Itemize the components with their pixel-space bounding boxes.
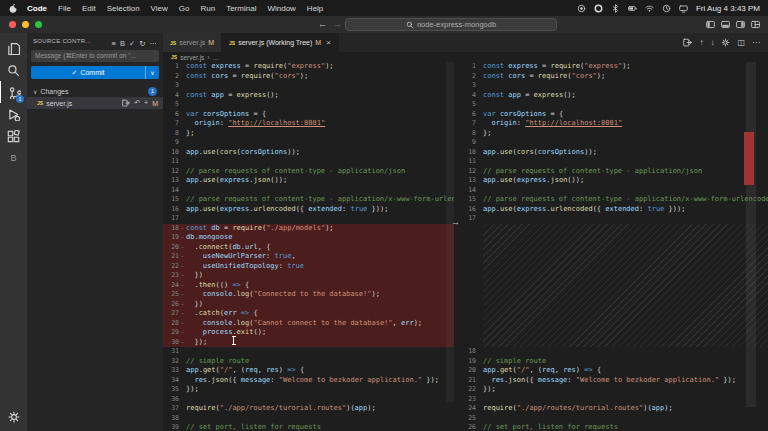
display-icon[interactable] <box>679 4 688 13</box>
activitybar-search[interactable] <box>0 59 27 81</box>
activitybar-manage[interactable] <box>0 406 27 428</box>
commit-button[interactable]: ✓ Commit ∨ <box>31 66 159 79</box>
activitybar-extension-b[interactable]: B <box>0 147 27 169</box>
commit-message-input[interactable]: Message (⌘Enter to commit on "... <box>31 50 159 62</box>
breadcrumb-file: server.js <box>180 54 204 61</box>
changed-file-name: server.js <box>46 100 72 107</box>
code-line: 27- .catch(err => { <box>163 309 454 319</box>
apple-logo-icon[interactable] <box>8 3 18 13</box>
code-line: 21- useNewUrlParser: true, <box>163 252 454 262</box>
source-control-header: SOURCE CONTR... ≡B✓↻⋯ <box>27 33 163 48</box>
stage-changes-icon[interactable]: + <box>144 99 148 107</box>
discard-changes-icon[interactable]: ↶ <box>134 99 140 107</box>
window-close-button[interactable] <box>9 21 16 28</box>
menubar-clock[interactable]: Fri Aug 4 3:43 PM <box>696 4 760 13</box>
command-center-search[interactable]: node-express-mongodb <box>345 18 557 31</box>
code-line: 20- .connect(db.url, { <box>163 243 454 253</box>
activitybar-run-debug[interactable] <box>0 103 27 125</box>
close-icon[interactable]: × <box>326 38 331 47</box>
javascript-file-icon: JS <box>229 40 235 46</box>
diff-original-pane[interactable]: 1const express = require("express");2con… <box>163 62 454 431</box>
file-row-actions: ↶+ <box>122 99 148 107</box>
window-minimize-button[interactable] <box>22 21 29 28</box>
code-line: 38 <box>163 414 454 424</box>
code-line: 29- process.exit(); <box>163 328 454 338</box>
code-line: 5 <box>460 100 768 110</box>
tab-server-js-working-tree-[interactable]: JSserver.js (Working Tree)M× <box>222 33 339 52</box>
extension-b-icon[interactable]: B <box>120 39 125 48</box>
next-change-icon[interactable]: ↓ <box>710 38 714 47</box>
left-scrollbar[interactable] <box>446 62 454 402</box>
changes-count-badge: 1 <box>148 87 157 96</box>
menu-selection[interactable]: Selection <box>107 4 140 13</box>
right-scrollbar[interactable] <box>746 62 756 407</box>
code-line: 2const cors = require("cors"); <box>163 72 454 82</box>
activity-bar: 1B <box>0 33 27 431</box>
toggle-panel-bottom-icon[interactable] <box>721 20 730 29</box>
previous-change-icon[interactable]: ↑ <box>699 38 703 47</box>
code-line: 22}); <box>460 385 768 395</box>
javascript-file-icon: JS <box>37 100 43 106</box>
code-line: 26// set port, listen for requests <box>460 423 768 431</box>
more-actions-icon[interactable]: ⋯ <box>150 39 158 48</box>
commit-check-icon[interactable]: ✓ <box>129 39 135 48</box>
menu-window[interactable]: Window <box>267 4 295 13</box>
source-control-panel: SOURCE CONTR... ≡B✓↻⋯ Message (⌘Enter to… <box>27 33 163 431</box>
scm-badge: 1 <box>16 95 24 103</box>
menu-terminal[interactable]: Terminal <box>226 4 256 13</box>
menu-run[interactable]: Run <box>200 4 215 13</box>
activitybar-explorer[interactable] <box>0 37 27 59</box>
history-forward-icon[interactable]: → <box>333 19 342 29</box>
history-back-icon[interactable]: ← <box>318 19 327 29</box>
open-file-icon[interactable] <box>122 99 130 107</box>
deleted-region-hatch <box>483 224 768 348</box>
commit-dropdown-button[interactable]: ∨ <box>146 66 159 79</box>
code-line: 18-const db = require("./app/models"); <box>163 224 454 234</box>
code-line: 21 res.json({ message: "Welcome to bezko… <box>460 376 768 386</box>
changes-section-header[interactable]: ∨ Changes 1 <box>27 85 163 97</box>
settings-gear-icon[interactable] <box>721 38 730 47</box>
menu-edit[interactable]: Edit <box>82 4 96 13</box>
wifi-icon[interactable] <box>645 4 654 13</box>
camera-icon[interactable] <box>594 4 603 13</box>
diff-modified-pane[interactable]: 1const express = require("express");2con… <box>460 62 768 431</box>
code-line: 6var corsOptions = { <box>460 110 768 120</box>
code-line: 16app.use(express.urlencoded({ extended:… <box>460 205 768 215</box>
tab-server-js[interactable]: JSserver.jsM <box>163 33 222 52</box>
open-file-icon[interactable] <box>683 38 692 47</box>
breadcrumb[interactable]: JS server.js › … <box>163 52 768 62</box>
code-line: 19-db.mongoose <box>163 233 454 243</box>
activitybar-source-control[interactable]: 1 <box>0 81 27 103</box>
check-icon: ✓ <box>72 69 78 77</box>
clock-icon[interactable] <box>662 4 671 13</box>
code-line: 1const express = require("express"); <box>163 62 454 72</box>
diff-editor: 1const express = require("express");2con… <box>163 62 768 431</box>
menu-help[interactable]: Help <box>307 4 323 13</box>
code-line: 16app.use(express.urlencoded({ extended:… <box>163 205 454 215</box>
view-as-list-icon[interactable]: ≡ <box>112 39 116 48</box>
menu-code[interactable]: Code <box>27 4 47 13</box>
activitybar-extensions[interactable] <box>0 125 27 147</box>
changed-file-row[interactable]: JS server.js ↶+ M <box>27 97 163 109</box>
code-line: 31 <box>163 347 454 357</box>
window-zoom-button[interactable] <box>35 21 42 28</box>
toggle-panel-left-icon[interactable] <box>706 20 715 29</box>
menu-go[interactable]: Go <box>179 4 190 13</box>
code-line: 3 <box>163 81 454 91</box>
code-line: 8}; <box>163 129 454 139</box>
refresh-icon[interactable]: ↻ <box>139 39 145 48</box>
menu-file[interactable]: File <box>58 4 71 13</box>
toggle-panel-right-icon[interactable] <box>736 20 745 29</box>
bluetooth-icon[interactable] <box>611 4 620 13</box>
diff-revert-arrow-icon[interactable]: → <box>451 217 460 227</box>
vscode-titlebar: ← → node-express-mongodb <box>0 16 768 33</box>
more-actions-icon[interactable]: ⋯ <box>752 38 760 47</box>
code-line: 9 <box>163 138 454 148</box>
screen-record-icon[interactable] <box>577 4 586 13</box>
menu-view[interactable]: View <box>151 4 168 13</box>
code-line: 20app.get("/", (req, res) => { <box>460 366 768 376</box>
battery-icon[interactable] <box>628 4 637 13</box>
customize-layout-icon[interactable] <box>751 20 760 29</box>
split-editor-icon[interactable]: ◫ <box>737 38 745 47</box>
code-line: 13app.use(express.json()); <box>460 176 768 186</box>
